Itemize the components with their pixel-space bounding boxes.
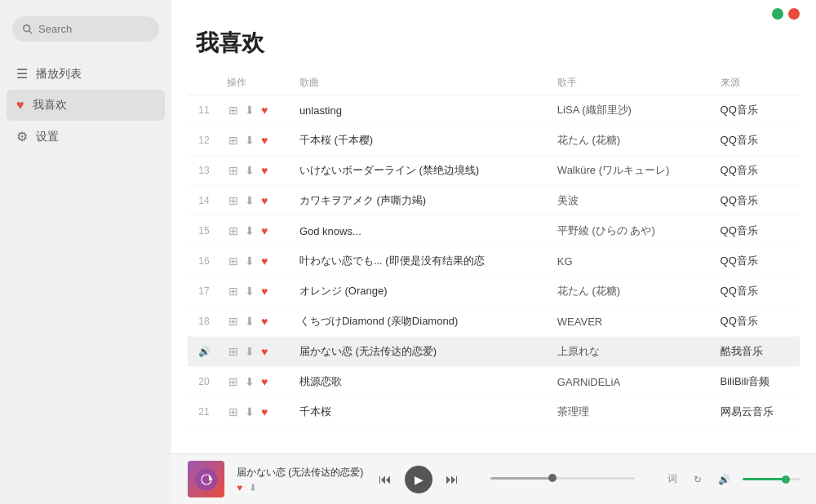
- volume-icon-button[interactable]: 🔊: [714, 471, 734, 488]
- heart-icon[interactable]: ♥: [259, 343, 269, 360]
- heart-icon[interactable]: ♥: [259, 162, 269, 179]
- table-row[interactable]: 11 ⊞ ⬇ ♥ unlastingLiSA (織部里沙)QQ音乐: [188, 95, 800, 126]
- next-button[interactable]: ⏭: [442, 469, 462, 490]
- sidebar-item-settings[interactable]: ⚙ 设置: [0, 121, 171, 153]
- playing-icon: 🔊: [198, 346, 211, 357]
- row-artist: LiSA (織部里沙): [551, 95, 714, 126]
- sidebar-item-favorites[interactable]: ♥ 我喜欢: [7, 90, 165, 121]
- row-source: QQ音乐: [714, 216, 800, 246]
- col-header-ops: 操作: [220, 71, 293, 95]
- row-song: オレンジ (Orange): [293, 276, 551, 307]
- download-icon[interactable]: ⬇: [243, 313, 256, 329]
- add-icon[interactable]: ⊞: [227, 223, 240, 239]
- download-icon[interactable]: ⬇: [243, 162, 256, 179]
- row-number: 17: [188, 276, 220, 307]
- download-icon[interactable]: ⬇: [243, 223, 256, 239]
- table-row[interactable]: 12 ⊞ ⬇ ♥ 千本桜 (千本樱)花たん (花糖)QQ音乐: [188, 126, 800, 156]
- table-row[interactable]: 🔊 ⊞ ⬇ ♥ 届かない恋 (无法传达的恋爱)上原れな酷我音乐: [188, 337, 800, 367]
- add-icon[interactable]: ⊞: [227, 313, 240, 329]
- progress-handle[interactable]: [548, 474, 557, 482]
- download-icon[interactable]: ⬇: [243, 343, 256, 360]
- row-source: QQ音乐: [714, 156, 800, 186]
- add-icon[interactable]: ⊞: [227, 192, 240, 209]
- download-icon[interactable]: ⬇: [243, 102, 256, 118]
- heart-icon[interactable]: ♥: [259, 223, 269, 239]
- album-art-icon: [194, 467, 219, 492]
- add-icon[interactable]: ⊞: [227, 162, 240, 179]
- row-song: God knows...: [293, 216, 551, 246]
- table-row[interactable]: 13 ⊞ ⬇ ♥ いけないボーダーライン (禁绝边境线)Walküre (ワルキ…: [188, 156, 800, 186]
- row-song: 届かない恋 (无法传达的恋爱): [293, 337, 551, 367]
- download-icon[interactable]: ⬇: [243, 283, 256, 299]
- volume-bar[interactable]: [743, 478, 800, 480]
- row-number: 13: [188, 156, 220, 186]
- row-artist: 花たん (花糖): [551, 276, 714, 307]
- sidebar-item-playlist[interactable]: ☰ 播放列表: [0, 58, 171, 90]
- download-icon[interactable]: ⬇: [243, 404, 256, 420]
- search-bar[interactable]: ×: [12, 16, 159, 42]
- add-icon[interactable]: ⊞: [227, 253, 240, 269]
- player-song-title: 届かない恋 (无法传达的恋爱): [237, 466, 363, 480]
- songs-table-container[interactable]: 操作 歌曲 歌手 来源 11 ⊞ ⬇ ♥ unlastingLiSA (織部里沙…: [171, 71, 816, 453]
- table-row[interactable]: 14 ⊞ ⬇ ♥ カワキヲアメク (声嘶力竭)美波QQ音乐: [188, 186, 800, 216]
- dot-red: [788, 8, 800, 20]
- volume-handle[interactable]: [782, 475, 790, 484]
- search-input[interactable]: [38, 23, 175, 35]
- table-row[interactable]: 15 ⊞ ⬇ ♥ God knows...平野綾 (ひらの あや)QQ音乐: [188, 216, 800, 246]
- row-ops: ⊞ ⬇ ♥: [220, 216, 293, 246]
- add-icon[interactable]: ⊞: [227, 283, 240, 299]
- download-icon[interactable]: ⬇: [243, 253, 256, 269]
- dot-green: [772, 8, 783, 20]
- download-icon[interactable]: ⬇: [243, 132, 256, 148]
- row-source: 酷我音乐: [714, 337, 800, 367]
- prev-button[interactable]: ⏮: [375, 469, 395, 490]
- row-ops: ⊞ ⬇ ♥: [220, 276, 293, 307]
- main-content: 我喜欢 操作 歌曲 歌手 来源 11 ⊞ ⬇ ♥ unlasti: [171, 0, 816, 504]
- col-header-song: 歌曲: [293, 71, 551, 95]
- row-song: 千本桜 (千本樱): [293, 126, 551, 156]
- progress-bar-container[interactable]: [490, 477, 635, 482]
- svg-point-2: [195, 468, 217, 490]
- row-song: 叶わない恋でも... (即便是没有结果的恋: [293, 246, 551, 276]
- row-ops: ⊞ ⬇ ♥: [220, 186, 293, 216]
- heart-icon[interactable]: ♥: [259, 102, 269, 118]
- add-icon[interactable]: ⊞: [227, 374, 240, 390]
- row-artist: 美波: [551, 186, 714, 216]
- row-ops: ⊞ ⬇ ♥: [220, 367, 293, 397]
- heart-icon[interactable]: ♥: [259, 132, 269, 148]
- table-row[interactable]: 17 ⊞ ⬇ ♥ オレンジ (Orange)花たん (花糖)QQ音乐: [188, 276, 800, 307]
- add-icon[interactable]: ⊞: [227, 102, 240, 118]
- heart-icon[interactable]: ♥: [259, 192, 269, 209]
- table-row[interactable]: 21 ⊞ ⬇ ♥ 千本桜茶理理网易云音乐: [188, 397, 800, 427]
- row-song: カワキヲアメク (声嘶力竭): [293, 186, 551, 216]
- add-icon[interactable]: ⊞: [227, 132, 240, 148]
- add-icon[interactable]: ⊞: [227, 343, 240, 360]
- row-number: 18: [188, 307, 220, 337]
- progress-track[interactable]: [490, 477, 635, 480]
- row-number: 11: [188, 95, 220, 126]
- repeat-button[interactable]: ↻: [690, 471, 706, 488]
- page-title: 我喜欢: [171, 28, 816, 71]
- table-row[interactable]: 16 ⊞ ⬇ ♥ 叶わない恋でも... (即便是没有结果的恋KGQQ音乐: [188, 246, 800, 276]
- heart-icon[interactable]: ♥: [259, 283, 269, 299]
- download-icon[interactable]: ⬇: [243, 192, 256, 209]
- heart-icon[interactable]: ♥: [259, 313, 269, 329]
- heart-icon[interactable]: ♥: [259, 253, 269, 269]
- table-row[interactable]: 18 ⊞ ⬇ ♥ くちづけDiamond (亲吻Diamond)WEAVERQQ…: [188, 307, 800, 337]
- row-song: くちづけDiamond (亲吻Diamond): [293, 307, 551, 337]
- row-artist: 茶理理: [551, 397, 714, 427]
- download-icon[interactable]: ⬇: [243, 374, 256, 390]
- player-heart-icon[interactable]: ♥: [237, 482, 242, 493]
- heart-icon[interactable]: ♥: [259, 404, 269, 420]
- settings-icon: ⚙: [16, 129, 28, 144]
- table-header-row: 操作 歌曲 歌手 来源: [188, 71, 800, 95]
- table-row[interactable]: 20 ⊞ ⬇ ♥ 桃源恋歌GARNiDELiABiliBili音频: [188, 367, 800, 397]
- player-download-icon[interactable]: ⬇: [249, 482, 257, 493]
- lyrics-button[interactable]: 词: [663, 470, 681, 489]
- row-source: QQ音乐: [714, 307, 800, 337]
- add-icon[interactable]: ⊞: [227, 404, 240, 420]
- progress-fill: [490, 477, 552, 480]
- heart-icon[interactable]: ♥: [259, 374, 269, 390]
- play-button[interactable]: ▶: [405, 466, 432, 493]
- row-number: 21: [188, 397, 220, 427]
